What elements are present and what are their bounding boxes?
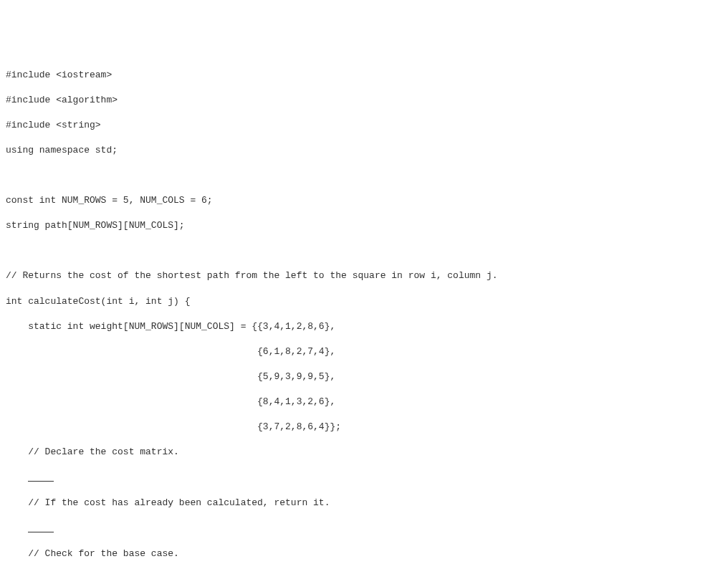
blank-fill <box>28 523 54 532</box>
code-line: #include <iostream> <box>6 69 722 82</box>
code-line <box>6 169 722 182</box>
code-line: // Declare the cost matrix. <box>6 446 722 459</box>
code-line: {5,9,3,9,9,5}, <box>6 371 722 383</box>
code-line: static int weight[NUM_ROWS][NUM_COLS] = … <box>6 320 722 333</box>
code-line: int calculateCost(int i, int j) { <box>6 295 722 308</box>
code-line: {3,7,2,8,6,4}}; <box>6 421 722 434</box>
code-line: const int NUM_ROWS = 5, NUM_COLS = 6; <box>6 194 722 207</box>
code-line <box>6 522 722 535</box>
code-line: #include <string> <box>6 119 722 132</box>
blank-fill <box>28 472 54 482</box>
code-line: // If the cost has already been calculat… <box>6 497 722 510</box>
code-line: using namespace std; <box>6 144 722 157</box>
code-line: string path[NUM_ROWS][NUM_COLS]; <box>6 219 722 232</box>
code-listing: #include <iostream> #include <algorithm>… <box>6 56 722 564</box>
code-line <box>6 471 722 484</box>
code-line: #include <algorithm> <box>6 94 722 107</box>
code-line <box>6 244 722 257</box>
code-line: {8,4,1,3,2,6}, <box>6 396 722 408</box>
code-line: // Check for the base case. <box>6 548 722 560</box>
code-line: // Returns the cost of the shortest path… <box>6 269 722 282</box>
code-line: {6,1,8,2,7,4}, <box>6 345 722 358</box>
